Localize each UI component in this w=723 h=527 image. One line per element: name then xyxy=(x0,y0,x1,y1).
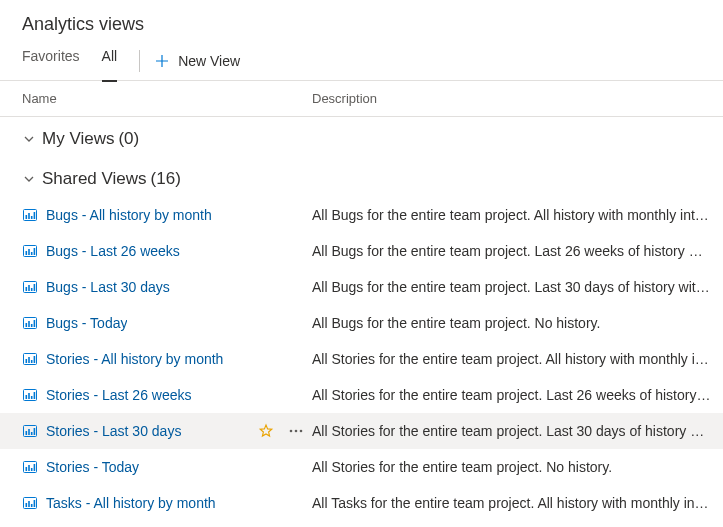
svg-rect-1 xyxy=(26,215,28,219)
view-name-link[interactable]: Stories - Last 26 weeks xyxy=(46,387,192,403)
view-description: All Stories for the entire team project.… xyxy=(312,459,723,475)
table-row[interactable]: Bugs - All history by monthAll Bugs for … xyxy=(0,197,723,233)
column-headers: Name Description xyxy=(0,81,723,117)
group-my-views[interactable]: My Views (0) xyxy=(0,121,723,157)
svg-rect-19 xyxy=(31,288,33,291)
svg-rect-35 xyxy=(31,360,33,363)
svg-rect-49 xyxy=(26,431,28,435)
more-actions-icon[interactable] xyxy=(284,423,308,439)
chevron-down-icon xyxy=(22,132,36,146)
view-name-link[interactable]: Stories - All history by month xyxy=(46,351,223,367)
svg-point-54 xyxy=(295,430,298,433)
chart-icon xyxy=(22,315,38,331)
view-name-link[interactable]: Stories - Last 30 days xyxy=(46,423,181,439)
svg-rect-26 xyxy=(28,321,30,327)
group-shared-views[interactable]: Shared Views (16) xyxy=(0,161,723,197)
svg-rect-43 xyxy=(31,396,33,399)
table-row[interactable]: Bugs - Last 26 weeksAll Bugs for the ent… xyxy=(0,233,723,269)
svg-rect-50 xyxy=(28,429,30,435)
svg-rect-20 xyxy=(34,284,36,291)
chart-icon xyxy=(22,207,38,223)
view-name-link[interactable]: Stories - Today xyxy=(46,459,139,475)
tab-favorites[interactable]: Favorites xyxy=(22,41,80,81)
favorite-star-icon[interactable] xyxy=(254,423,278,439)
chart-icon xyxy=(22,387,38,403)
svg-rect-66 xyxy=(28,501,30,507)
group-my-views-count: (0) xyxy=(118,129,139,149)
tab-all[interactable]: All xyxy=(102,41,118,81)
view-description: All Bugs for the entire team project. La… xyxy=(312,279,723,295)
svg-rect-58 xyxy=(28,465,30,471)
chart-icon xyxy=(22,459,38,475)
svg-point-55 xyxy=(300,430,303,433)
svg-rect-41 xyxy=(26,395,28,399)
svg-rect-25 xyxy=(26,323,28,327)
svg-rect-17 xyxy=(26,287,28,291)
svg-rect-57 xyxy=(26,467,28,471)
view-name-link[interactable]: Bugs - All history by month xyxy=(46,207,212,223)
svg-rect-9 xyxy=(26,251,28,255)
svg-point-53 xyxy=(290,430,293,433)
svg-rect-33 xyxy=(26,359,28,363)
svg-rect-68 xyxy=(34,500,36,507)
view-description: All Stories for the entire team project.… xyxy=(312,423,723,439)
new-view-button[interactable]: New View xyxy=(154,41,240,81)
col-header-name[interactable]: Name xyxy=(22,91,312,106)
view-description: All Stories for the entire team project.… xyxy=(312,351,723,367)
tabs-bar: Favorites All New View xyxy=(0,41,723,81)
svg-rect-18 xyxy=(28,285,30,291)
svg-rect-28 xyxy=(34,320,36,327)
svg-rect-36 xyxy=(34,356,36,363)
new-view-label: New View xyxy=(178,53,240,69)
svg-rect-67 xyxy=(31,504,33,507)
svg-rect-65 xyxy=(26,503,28,507)
chart-icon xyxy=(22,279,38,295)
svg-rect-60 xyxy=(34,464,36,471)
svg-rect-59 xyxy=(31,468,33,471)
table-row[interactable]: Tasks - All history by monthAll Tasks fo… xyxy=(0,485,723,521)
table-row[interactable]: Stories - TodayAll Stories for the entir… xyxy=(0,449,723,485)
group-my-views-label: My Views xyxy=(42,129,114,149)
view-name-link[interactable]: Bugs - Today xyxy=(46,315,127,331)
table-row[interactable]: Stories - All history by monthAll Storie… xyxy=(0,341,723,377)
chart-icon xyxy=(22,495,38,511)
table-row[interactable]: Stories - Last 26 weeksAll Stories for t… xyxy=(0,377,723,413)
svg-rect-2 xyxy=(28,213,30,219)
view-description: All Bugs for the entire team project. La… xyxy=(312,243,723,259)
plus-icon xyxy=(154,53,170,69)
table-row[interactable]: Stories - Last 30 daysAll Stories for th… xyxy=(0,413,723,449)
shared-views-list: Bugs - All history by monthAll Bugs for … xyxy=(0,197,723,521)
view-description: All Bugs for the entire team project. No… xyxy=(312,315,723,331)
table-row[interactable]: Bugs - TodayAll Bugs for the entire team… xyxy=(0,305,723,341)
table-row[interactable]: Bugs - Last 30 daysAll Bugs for the enti… xyxy=(0,269,723,305)
svg-rect-4 xyxy=(34,212,36,219)
svg-rect-3 xyxy=(31,216,33,219)
chart-icon xyxy=(22,423,38,439)
svg-rect-10 xyxy=(28,249,30,255)
svg-rect-44 xyxy=(34,392,36,399)
svg-rect-51 xyxy=(31,432,33,435)
svg-rect-42 xyxy=(28,393,30,399)
view-name-link[interactable]: Bugs - Last 26 weeks xyxy=(46,243,180,259)
svg-rect-27 xyxy=(31,324,33,327)
svg-rect-12 xyxy=(34,248,36,255)
chart-icon xyxy=(22,351,38,367)
tab-divider xyxy=(139,50,140,72)
svg-rect-11 xyxy=(31,252,33,255)
view-description: All Bugs for the entire team project. Al… xyxy=(312,207,723,223)
view-description: All Stories for the entire team project.… xyxy=(312,387,723,403)
col-header-description[interactable]: Description xyxy=(312,91,723,106)
svg-rect-52 xyxy=(34,428,36,435)
chart-icon xyxy=(22,243,38,259)
group-shared-views-count: (16) xyxy=(151,169,181,189)
page-title: Analytics views xyxy=(0,0,723,41)
view-name-link[interactable]: Bugs - Last 30 days xyxy=(46,279,170,295)
chevron-down-icon xyxy=(22,172,36,186)
view-name-link[interactable]: Tasks - All history by month xyxy=(46,495,216,511)
svg-rect-34 xyxy=(28,357,30,363)
group-shared-views-label: Shared Views xyxy=(42,169,147,189)
view-description: All Tasks for the entire team project. A… xyxy=(312,495,723,511)
